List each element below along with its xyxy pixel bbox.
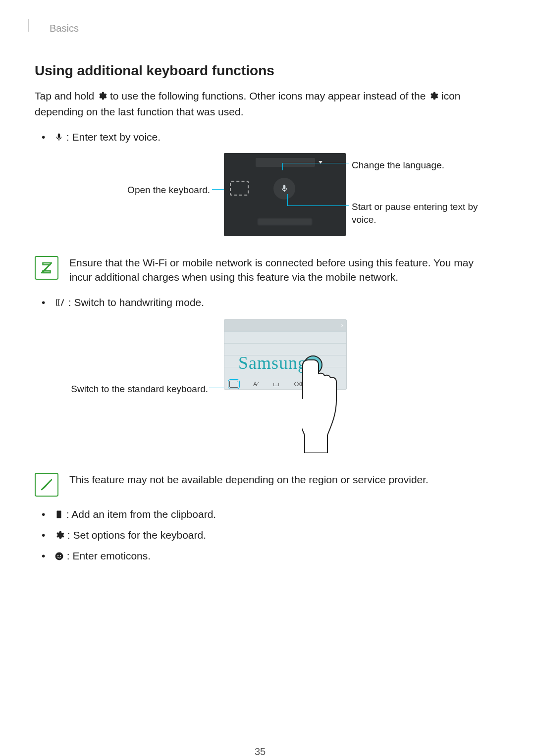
callout-switch-standard: Switch to the standard keyboard.: [54, 383, 208, 396]
callout-open-keyboard: Open the keyboard.: [98, 184, 210, 197]
note-icon: [35, 473, 58, 497]
note-text: Ensure that the Wi-Fi or mobile network …: [69, 256, 485, 285]
clipboard-icon: [54, 509, 63, 523]
intro-paragraph: Tap and hold to use the following functi…: [35, 89, 485, 119]
section-label: Basics: [50, 22, 485, 36]
leader-line: [287, 205, 349, 206]
svg-point-1: [55, 553, 63, 560]
note-network-charges: Ensure that the Wi-Fi or mobile network …: [35, 256, 485, 285]
intro-text-mid: to use the following functions. Other ic…: [110, 90, 428, 101]
microphone-icon: [54, 132, 63, 146]
handwriting-figure: Switch to the standard keyboard. › Samsu…: [35, 319, 485, 458]
page-title: Using additional keyboard functions: [35, 61, 485, 81]
callout-start-pause-voice: Start or pause entering text by voice.: [352, 201, 481, 226]
handwritten-sample: Samsung: [238, 351, 307, 376]
svg-point-2: [57, 555, 58, 556]
bullet-settings: : Set options for the keyboard.: [35, 528, 485, 544]
expand-chevron-icon: ›: [224, 320, 346, 331]
bullet-handwriting-text: : Switch to handwriting mode.: [65, 297, 204, 308]
bullet-settings-text: : Set options for the keyboard.: [64, 529, 206, 541]
gear-icon: [428, 91, 438, 105]
intro-text-pre: Tap and hold: [35, 90, 97, 101]
bullet-voice: : Enter text by voice.: [35, 130, 485, 146]
note-icon: [35, 256, 58, 280]
finger-gesture-icon: [302, 354, 367, 457]
voice-input-figure: Open the keyboard. Change the language. …: [35, 153, 485, 245]
microphone-button: [273, 178, 295, 200]
note-text: This feature may not be available depend…: [69, 473, 485, 487]
backspace-icon: ⌫: [294, 380, 302, 389]
keyboard-icon: [229, 381, 238, 388]
bullet-emoticons-text: : Enter emoticons.: [64, 550, 151, 561]
pen-style-icon: A∕: [253, 380, 258, 389]
handwriting-icon: [54, 297, 65, 311]
bullet-voice-text: : Enter text by voice.: [63, 131, 160, 143]
leader-line: [282, 163, 349, 163]
svg-point-3: [60, 555, 61, 556]
language-selector: [256, 158, 315, 167]
space-icon: ⌴: [273, 380, 279, 389]
voice-input-screenshot: [224, 153, 346, 236]
bullet-clipboard-text: : Add an item from the clipboard.: [63, 508, 216, 520]
emoticon-icon: [54, 551, 64, 565]
bullet-clipboard: : Add an item from the clipboard.: [35, 507, 485, 523]
callout-change-language: Change the language.: [352, 159, 444, 172]
bullet-emoticons: : Enter emoticons.: [35, 549, 485, 565]
gear-icon: [97, 91, 107, 105]
gear-icon: [54, 530, 64, 544]
keyboard-toggle-icon: [230, 181, 249, 196]
bullet-handwriting: : Switch to handwriting mode.: [35, 296, 485, 311]
note-availability: This feature may not be available depend…: [35, 473, 485, 497]
tap-to-speak-placeholder: [258, 218, 312, 225]
page-number: 35: [35, 745, 485, 756]
